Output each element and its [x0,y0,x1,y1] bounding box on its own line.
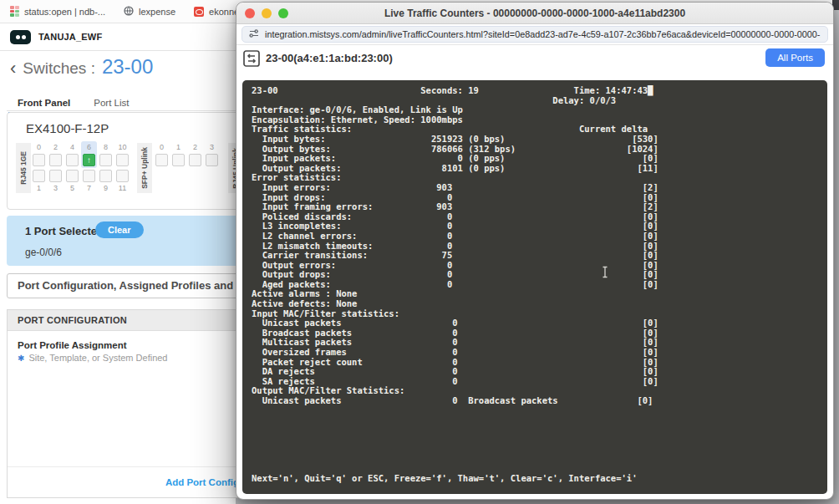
page-title: 23-00 [102,55,153,79]
sfp-port-cell-0[interactable] [155,154,168,166]
port-column: 0 1 [33,143,45,193]
org-name: TANUJA_EWF [38,32,102,42]
port-column: 1 [172,143,185,193]
port-profile-assignment-title: Port Profile Assignment [18,340,272,350]
switch-model-label: EX4100-F-12P [26,121,109,135]
sfp-port-grid: 0 1 2 3 [155,143,218,193]
device-header-row: 23-00(a4:e1:1a:bd:23:00) All Ports [236,45,833,80]
port-cell-9[interactable] [99,170,112,182]
port-column: 3 [206,143,218,193]
live-traffic-counters-window: Live Traffic Counters - 00000000-0000-00… [236,2,834,500]
grid-favicon [10,6,19,17]
bookmark-label: status:open | ndb-... [24,7,105,17]
port-cell-3[interactable] [49,170,62,182]
port-column: 2 3 [49,143,62,193]
port-group-label-sfp-uplink: SFP+ Uplink [137,143,152,193]
window-title: Live Traffic Counters - 00000000-0000-00… [384,8,685,19]
port-cell-0[interactable] [33,154,45,166]
sfp-port-cell-3[interactable] [206,154,218,166]
url-text: integration.mistsys.com/admin/liveTraffi… [265,29,821,39]
zoom-window-button[interactable] [278,8,288,18]
window-controls [245,8,288,18]
selected-port-name: ge-0/0/6 [25,247,62,258]
port-diagram: RJ45 1GE 0 1 2 3 [16,143,243,193]
asterisk-icon: ✱ [18,354,24,363]
port-cell-6-selected[interactable]: ↑ [83,154,95,166]
switch-icon [243,50,260,67]
mist-logo-icon[interactable] [10,30,31,44]
port-column: 0 [155,143,168,193]
url-field[interactable]: integration.mistsys.com/admin/liveTraffi… [242,26,828,43]
port-group-label-rj45-1ge: RJ45 1GE [16,143,31,193]
port-cell-2[interactable] [49,154,62,166]
clear-selection-button[interactable]: Clear [95,221,144,238]
up-arrow-icon: ↑ [87,156,91,165]
ekonnect-favicon [194,7,204,17]
traffic-counters-terminal: 23-00 Seconds: 19 Time: 14:47:43█ Delay:… [242,80,827,494]
screen: status:open | ndb-... lexpense ekonnect … [0,0,839,504]
port-cell-4[interactable] [66,154,79,166]
port-profile-assignment-value: ✱ Site, Template, or System Defined [18,353,272,363]
selection-count-label: 1 Port Selected [25,225,104,237]
minimize-window-button[interactable] [262,8,272,18]
back-chevron-icon[interactable]: ‹ [10,60,16,77]
port-column: 4 5 [66,143,79,193]
browser-url-bar: integration.mistsys.com/admin/liveTraffi… [236,24,833,45]
port-cell-10[interactable] [116,154,129,166]
port-cell-1[interactable] [33,170,45,182]
mouse-cursor-ibeam [601,266,609,282]
background-window-edge [834,0,839,504]
port-column: 10 11 [116,143,129,193]
port-cell-5[interactable] [66,170,79,182]
port-column: 8 9 [99,143,112,193]
app-bar: TANUJA_EWF [0,23,236,51]
bookmark-label: lexpense [139,7,175,17]
background-page: status:open | ndb-... lexpense ekonnect … [0,0,236,504]
port-cell-8[interactable] [99,154,112,166]
terminal-output: 23-00 Seconds: 19 Time: 14:47:43█ Delay:… [252,86,818,483]
device-name-label: 23-00(a4:e1:1a:bd:23:00) [266,50,393,67]
port-column-selected: 6 ↑ 7 [83,143,95,193]
tune-icon[interactable] [249,27,259,42]
rj45-port-grid: 0 1 2 3 4 5 [33,143,129,193]
all-ports-button[interactable]: All Ports [765,48,825,67]
window-titlebar[interactable]: Live Traffic Counters - 00000000-0000-00… [236,3,833,24]
globe-favicon [124,6,134,18]
close-window-button[interactable] [245,8,255,18]
bookmark-status-open[interactable]: status:open | ndb-... [10,6,105,17]
port-cell-11[interactable] [116,170,129,182]
port-cell-7[interactable] [83,170,95,182]
sfp-port-cell-1[interactable] [172,154,185,166]
port-column: 2 [189,143,201,193]
bookmark-lexpense[interactable]: lexpense [124,6,175,18]
page-heading: ‹ Switches : 23-00 [10,55,153,79]
sfp-port-cell-2[interactable] [189,154,201,166]
breadcrumb-section: Switches : [23,59,95,78]
